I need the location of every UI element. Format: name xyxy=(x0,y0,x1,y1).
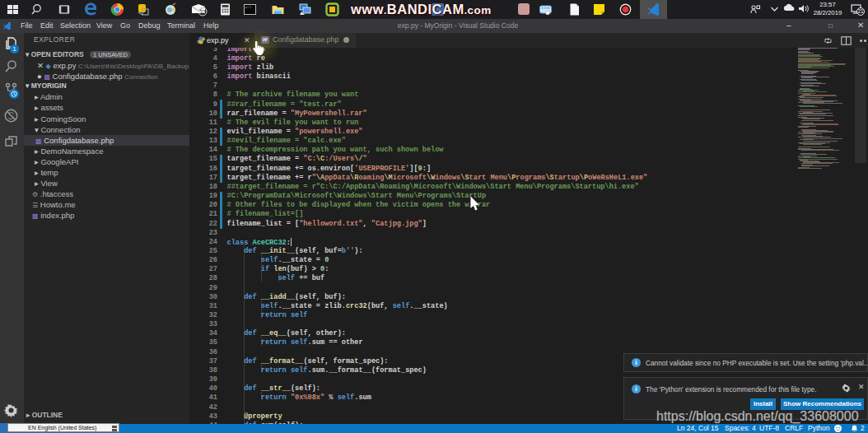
svg-text:21: 21 xyxy=(857,8,864,14)
svg-text:C:\: C:\ xyxy=(245,6,252,9)
svg-text:37: 37 xyxy=(199,9,206,15)
